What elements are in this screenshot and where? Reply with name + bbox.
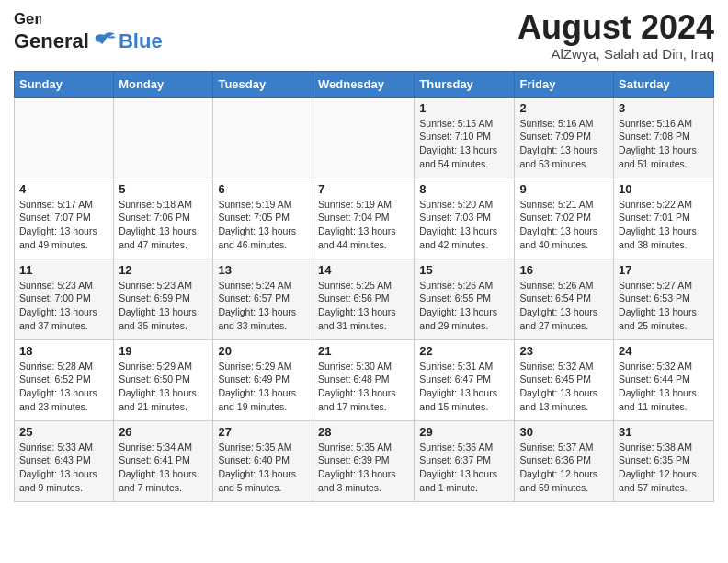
day-info: Sunrise: 5:33 AM Sunset: 6:43 PM Dayligh… [19, 441, 108, 495]
day-info: Sunrise: 5:30 AM Sunset: 6:48 PM Dayligh… [318, 360, 409, 414]
calendar-week-row: 1Sunrise: 5:15 AM Sunset: 7:10 PM Daylig… [15, 97, 714, 178]
day-info: Sunrise: 5:23 AM Sunset: 6:59 PM Dayligh… [119, 279, 208, 333]
day-of-week-header: Sunday [15, 71, 114, 97]
logo: General General Blue [14, 9, 163, 53]
day-number: 21 [318, 344, 409, 358]
calendar-day-cell: 20Sunrise: 5:29 AM Sunset: 6:49 PM Dayli… [213, 339, 313, 420]
day-number: 19 [119, 344, 208, 358]
calendar-day-cell: 12Sunrise: 5:23 AM Sunset: 6:59 PM Dayli… [114, 259, 213, 339]
day-of-week-header: Monday [114, 71, 213, 97]
day-info: Sunrise: 5:19 AM Sunset: 7:04 PM Dayligh… [318, 198, 409, 252]
day-number: 25 [19, 425, 108, 439]
day-number: 17 [619, 263, 709, 277]
day-info: Sunrise: 5:32 AM Sunset: 6:45 PM Dayligh… [519, 360, 609, 414]
day-info: Sunrise: 5:32 AM Sunset: 6:44 PM Dayligh… [619, 360, 709, 414]
calendar-day-cell: 8Sunrise: 5:20 AM Sunset: 7:03 PM Daylig… [415, 178, 515, 259]
calendar-day-cell [114, 97, 213, 178]
day-info: Sunrise: 5:17 AM Sunset: 7:07 PM Dayligh… [19, 198, 108, 252]
location-subtitle: AlZwya, Salah ad Din, Iraq [518, 46, 714, 62]
day-info: Sunrise: 5:22 AM Sunset: 7:01 PM Dayligh… [619, 198, 709, 252]
day-info: Sunrise: 5:34 AM Sunset: 6:41 PM Dayligh… [119, 441, 208, 495]
calendar-day-cell: 22Sunrise: 5:31 AM Sunset: 6:47 PM Dayli… [415, 339, 515, 420]
day-of-week-header: Friday [515, 71, 614, 97]
calendar-header: SundayMondayTuesdayWednesdayThursdayFrid… [15, 71, 714, 97]
day-info: Sunrise: 5:26 AM Sunset: 6:54 PM Dayligh… [519, 279, 609, 333]
calendar-day-cell: 31Sunrise: 5:38 AM Sunset: 6:35 PM Dayli… [614, 420, 714, 501]
day-number: 28 [318, 425, 409, 439]
day-number: 7 [318, 182, 409, 196]
calendar-week-row: 11Sunrise: 5:23 AM Sunset: 7:00 PM Dayli… [15, 259, 714, 339]
calendar-day-cell: 28Sunrise: 5:35 AM Sunset: 6:39 PM Dayli… [313, 420, 414, 501]
day-info: Sunrise: 5:25 AM Sunset: 6:56 PM Dayligh… [318, 279, 409, 333]
day-number: 4 [19, 182, 108, 196]
calendar-day-cell [15, 97, 114, 178]
calendar-table: SundayMondayTuesdayWednesdayThursdayFrid… [14, 71, 714, 502]
day-info: Sunrise: 5:24 AM Sunset: 6:57 PM Dayligh… [218, 279, 308, 333]
calendar-day-cell: 14Sunrise: 5:25 AM Sunset: 6:56 PM Dayli… [313, 259, 414, 339]
day-of-week-header: Saturday [614, 71, 714, 97]
day-number: 5 [119, 182, 208, 196]
day-number: 27 [218, 425, 308, 439]
day-info: Sunrise: 5:35 AM Sunset: 6:39 PM Dayligh… [318, 441, 409, 495]
calendar-day-cell: 1Sunrise: 5:15 AM Sunset: 7:10 PM Daylig… [415, 97, 515, 178]
day-info: Sunrise: 5:37 AM Sunset: 6:36 PM Dayligh… [519, 441, 609, 495]
day-number: 3 [619, 101, 709, 115]
calendar-day-cell: 27Sunrise: 5:35 AM Sunset: 6:40 PM Dayli… [213, 420, 313, 501]
day-number: 29 [419, 425, 509, 439]
month-year-title: August 2024 [518, 9, 714, 46]
calendar-day-cell: 24Sunrise: 5:32 AM Sunset: 6:44 PM Dayli… [614, 339, 714, 420]
calendar-day-cell: 26Sunrise: 5:34 AM Sunset: 6:41 PM Dayli… [114, 420, 213, 501]
calendar-day-cell: 30Sunrise: 5:37 AM Sunset: 6:36 PM Dayli… [515, 420, 614, 501]
day-number: 9 [519, 182, 609, 196]
calendar-day-cell: 4Sunrise: 5:17 AM Sunset: 7:07 PM Daylig… [15, 178, 114, 259]
day-info: Sunrise: 5:36 AM Sunset: 6:37 PM Dayligh… [419, 441, 509, 495]
logo-general: General [14, 29, 89, 53]
calendar-day-cell: 2Sunrise: 5:16 AM Sunset: 7:09 PM Daylig… [515, 97, 614, 178]
calendar-day-cell: 19Sunrise: 5:29 AM Sunset: 6:50 PM Dayli… [114, 339, 213, 420]
day-number: 6 [218, 182, 308, 196]
day-of-week-header: Thursday [415, 71, 515, 97]
calendar-day-cell: 16Sunrise: 5:26 AM Sunset: 6:54 PM Dayli… [515, 259, 614, 339]
day-info: Sunrise: 5:19 AM Sunset: 7:05 PM Dayligh… [218, 198, 308, 252]
day-info: Sunrise: 5:21 AM Sunset: 7:02 PM Dayligh… [519, 198, 609, 252]
day-number: 13 [218, 263, 308, 277]
day-info: Sunrise: 5:29 AM Sunset: 6:50 PM Dayligh… [119, 360, 208, 414]
calendar-day-cell: 18Sunrise: 5:28 AM Sunset: 6:52 PM Dayli… [15, 339, 114, 420]
calendar-day-cell: 13Sunrise: 5:24 AM Sunset: 6:57 PM Dayli… [213, 259, 313, 339]
day-number: 30 [519, 425, 609, 439]
logo-blue: Blue [119, 29, 163, 53]
day-info: Sunrise: 5:29 AM Sunset: 6:49 PM Dayligh… [218, 360, 308, 414]
day-info: Sunrise: 5:31 AM Sunset: 6:47 PM Dayligh… [419, 360, 509, 414]
day-number: 11 [19, 263, 108, 277]
svg-text:General: General [14, 10, 41, 28]
calendar-day-cell: 3Sunrise: 5:16 AM Sunset: 7:08 PM Daylig… [614, 97, 714, 178]
day-info: Sunrise: 5:16 AM Sunset: 7:08 PM Dayligh… [619, 117, 709, 171]
day-number: 8 [419, 182, 509, 196]
day-info: Sunrise: 5:20 AM Sunset: 7:03 PM Dayligh… [419, 198, 509, 252]
calendar-week-row: 25Sunrise: 5:33 AM Sunset: 6:43 PM Dayli… [15, 420, 714, 501]
calendar-body: 1Sunrise: 5:15 AM Sunset: 7:10 PM Daylig… [15, 97, 714, 501]
day-number: 15 [419, 263, 509, 277]
calendar-day-cell: 23Sunrise: 5:32 AM Sunset: 6:45 PM Dayli… [515, 339, 614, 420]
day-info: Sunrise: 5:15 AM Sunset: 7:10 PM Dayligh… [419, 117, 509, 171]
calendar-day-cell: 11Sunrise: 5:23 AM Sunset: 7:00 PM Dayli… [15, 259, 114, 339]
day-info: Sunrise: 5:28 AM Sunset: 6:52 PM Dayligh… [19, 360, 108, 414]
calendar-day-cell: 5Sunrise: 5:18 AM Sunset: 7:06 PM Daylig… [114, 178, 213, 259]
calendar-day-cell: 17Sunrise: 5:27 AM Sunset: 6:53 PM Dayli… [614, 259, 714, 339]
day-of-week-header: Tuesday [213, 71, 313, 97]
day-number: 1 [419, 101, 509, 115]
day-number: 14 [318, 263, 409, 277]
days-of-week-row: SundayMondayTuesdayWednesdayThursdayFrid… [15, 71, 714, 97]
day-number: 26 [119, 425, 208, 439]
calendar-day-cell: 25Sunrise: 5:33 AM Sunset: 6:43 PM Dayli… [15, 420, 114, 501]
day-info: Sunrise: 5:23 AM Sunset: 7:00 PM Dayligh… [19, 279, 108, 333]
day-info: Sunrise: 5:26 AM Sunset: 6:55 PM Dayligh… [419, 279, 509, 333]
calendar-day-cell [213, 97, 313, 178]
day-number: 24 [619, 344, 709, 358]
calendar-day-cell: 9Sunrise: 5:21 AM Sunset: 7:02 PM Daylig… [515, 178, 614, 259]
logo-icon: General [14, 9, 41, 29]
calendar-week-row: 18Sunrise: 5:28 AM Sunset: 6:52 PM Dayli… [15, 339, 714, 420]
calendar-day-cell [313, 97, 414, 178]
day-number: 10 [619, 182, 709, 196]
day-info: Sunrise: 5:35 AM Sunset: 6:40 PM Dayligh… [218, 441, 308, 495]
